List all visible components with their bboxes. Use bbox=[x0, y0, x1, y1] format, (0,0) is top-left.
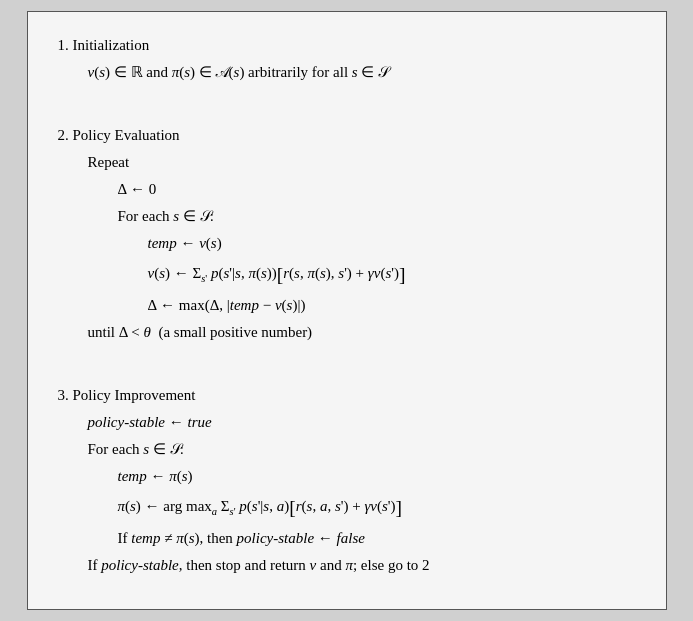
section1-header: 1. Initialization bbox=[58, 32, 636, 59]
section1-title: Initialization bbox=[73, 37, 150, 53]
section-initialization: 1. Initialization v(s) ∈ ℝ and π(s) ∈ 𝒜(… bbox=[58, 32, 636, 86]
section2-delta-init: Δ ← 0 bbox=[118, 176, 636, 203]
section3-num: 3. bbox=[58, 387, 69, 403]
section2-delta-update: Δ ← max(Δ, |temp − v(s)|) bbox=[148, 292, 636, 319]
section3-foreach: For each s ∈ 𝒮: bbox=[88, 436, 636, 463]
section3-temp-assign: temp ← π(s) bbox=[118, 463, 636, 490]
section2-num: 2. bbox=[58, 127, 69, 143]
section-policy-improvement: 3. Policy Improvement policy-stable ← tr… bbox=[58, 382, 636, 579]
section2-value-update: v(s) ← Σs' p(s'|s, π(s))[r(s, π(s), s') … bbox=[148, 257, 636, 292]
section1-line1: v(s) ∈ ℝ and π(s) ∈ 𝒜(s) arbitrarily for… bbox=[88, 59, 636, 86]
section3-policy-stable-init: policy-stable ← true bbox=[88, 409, 636, 436]
section2-repeat: Repeat bbox=[88, 149, 636, 176]
section2-header: 2. Policy Evaluation bbox=[58, 122, 636, 149]
section3-final: If policy-stable, then stop and return v… bbox=[88, 552, 636, 579]
section2-foreach: For each s ∈ 𝒮: bbox=[118, 203, 636, 230]
algorithm-container: 1. Initialization v(s) ∈ ℝ and π(s) ∈ 𝒜(… bbox=[27, 11, 667, 609]
section3-header: 3. Policy Improvement bbox=[58, 382, 636, 409]
section3-title: Policy Improvement bbox=[73, 387, 196, 403]
section2-until: until Δ < θ (a small positive number) bbox=[88, 319, 636, 346]
section2-title: Policy Evaluation bbox=[73, 127, 180, 143]
section-policy-evaluation: 2. Policy Evaluation Repeat Δ ← 0 For ea… bbox=[58, 122, 636, 346]
section2-temp-assign: temp ← v(s) bbox=[148, 230, 636, 257]
section3-policy-update: π(s) ← arg maxa Σs' p(s'|s, a)[r(s, a, s… bbox=[118, 490, 636, 525]
section3-if-temp: If temp ≠ π(s), then policy-stable ← fal… bbox=[118, 525, 636, 552]
section1-num: 1. bbox=[58, 37, 69, 53]
